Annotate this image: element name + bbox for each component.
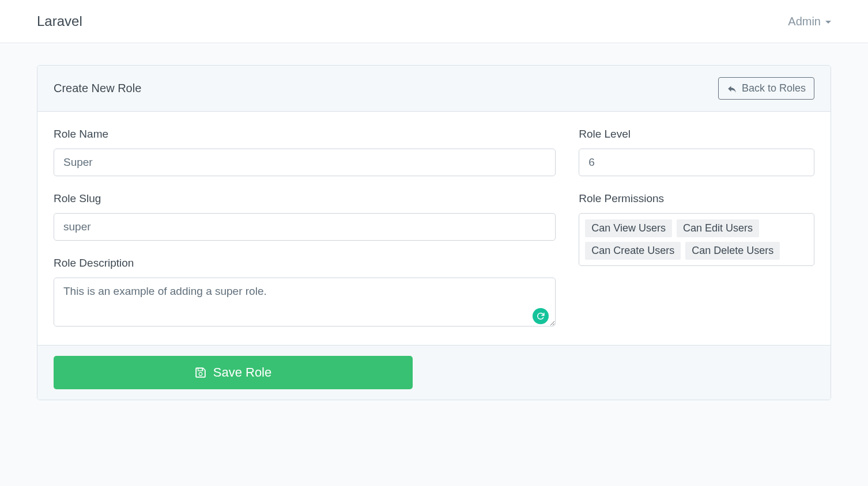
grammarly-icon [533,308,549,324]
main-container: Create New Role Back to Roles Role Name … [0,43,868,422]
reply-icon [727,85,737,93]
role-level-group: Role Level [579,128,814,176]
create-role-card: Create New Role Back to Roles Role Name … [37,65,831,400]
card-body: Role Name Role Slug Role Description [37,112,831,345]
save-icon [195,367,206,378]
role-slug-input[interactable] [54,213,556,241]
form-right-column: Role Level Role Permissions Can View Use… [579,128,814,329]
save-button-label: Save Role [213,365,272,380]
permission-tag[interactable]: Can Edit Users [677,219,759,237]
permission-tag[interactable]: Can View Users [585,219,672,237]
permission-tag[interactable]: Can Delete Users [685,242,780,260]
role-level-label: Role Level [579,128,814,141]
role-permissions-label: Role Permissions [579,192,814,205]
card-header: Create New Role Back to Roles [37,66,831,112]
back-button-label: Back to Roles [742,82,806,94]
role-permissions-select[interactable]: Can View Users Can Edit Users Can Create… [579,213,814,266]
form-left-column: Role Name Role Slug Role Description [54,128,556,329]
user-menu-dropdown[interactable]: Admin [788,15,831,28]
permission-tag[interactable]: Can Create Users [585,242,681,260]
role-level-input[interactable] [579,149,814,176]
role-slug-group: Role Slug [54,192,556,241]
role-description-group: Role Description [54,257,556,329]
user-menu-label: Admin [788,15,821,28]
role-description-input[interactable] [54,278,556,326]
role-name-input[interactable] [54,149,556,176]
role-permissions-group: Role Permissions Can View Users Can Edit… [579,192,814,266]
brand-link[interactable]: Laravel [37,13,82,29]
back-to-roles-button[interactable]: Back to Roles [718,77,814,100]
role-description-label: Role Description [54,257,556,269]
save-role-button[interactable]: Save Role [54,356,413,389]
role-name-group: Role Name [54,128,556,176]
navbar: Laravel Admin [0,0,868,43]
chevron-down-icon [825,21,831,24]
role-name-label: Role Name [54,128,556,141]
role-slug-label: Role Slug [54,192,556,205]
card-footer: Save Role [37,345,831,400]
card-title: Create New Role [54,82,141,95]
